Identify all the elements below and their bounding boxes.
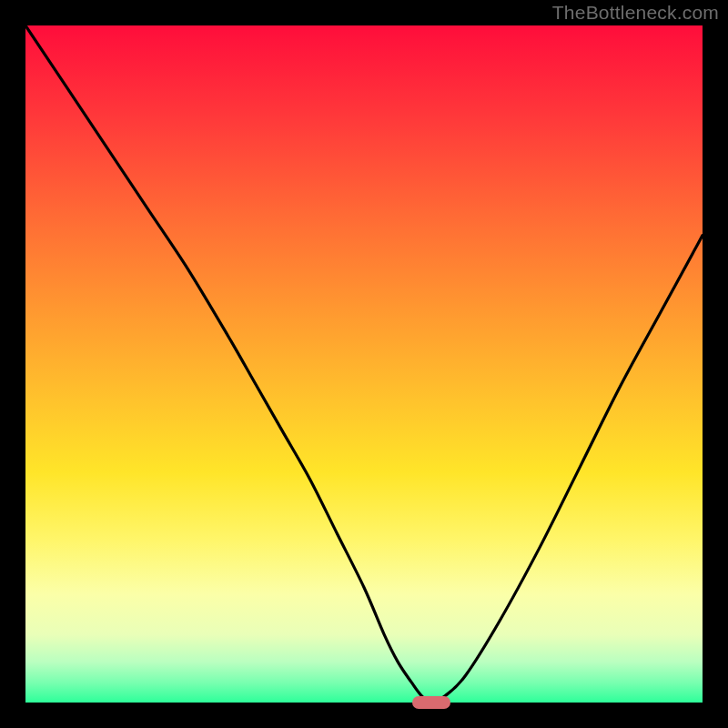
minimum-marker <box>412 696 450 709</box>
plot-area <box>25 25 703 703</box>
bottleneck-curve <box>25 25 703 703</box>
outer-frame: TheBottleneck.com <box>0 0 728 728</box>
watermark-text: TheBottleneck.com <box>552 2 719 24</box>
